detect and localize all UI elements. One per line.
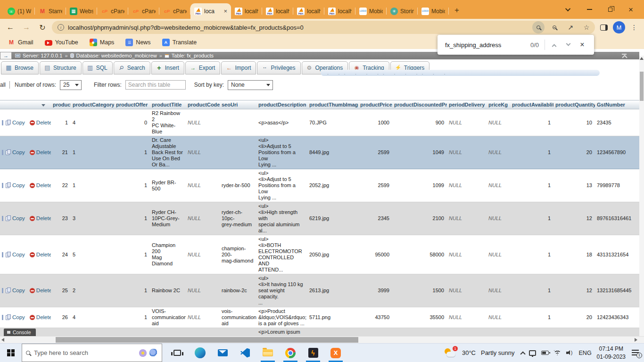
copy-icon[interactable]: [6, 120, 11, 125]
close-window-icon[interactable]: ×: [620, 0, 641, 19]
profile-avatar[interactable]: M: [613, 21, 625, 33]
find-next-icon[interactable]: [561, 38, 575, 52]
copy-link[interactable]: Copy: [12, 215, 25, 221]
back-icon[interactable]: ←: [4, 21, 17, 34]
column-header-productCode[interactable]: productCode: [186, 100, 220, 109]
delete-icon[interactable]: [30, 183, 35, 188]
tray-expand-icon[interactable]: [520, 351, 525, 356]
forward-icon[interactable]: →: [20, 21, 33, 34]
taskbar-app-vscode[interactable]: [234, 344, 256, 362]
delete-icon[interactable]: [30, 120, 35, 125]
bookmark-item[interactable]: Translate: [162, 39, 197, 46]
delete-icon[interactable]: [30, 288, 35, 293]
taskbar-app-explorer[interactable]: [256, 344, 279, 362]
delete-icon[interactable]: [30, 252, 35, 257]
column-header-actions[interactable]: [0, 100, 51, 109]
tab-export[interactable]: Export: [185, 61, 221, 74]
delete-icon[interactable]: [30, 315, 35, 320]
bookmark-item[interactable]: Gmail: [8, 39, 33, 46]
battery-icon[interactable]: [541, 351, 549, 355]
breadcrumb-server[interactable]: Server: 127.0.0.1: [23, 53, 62, 58]
copy-link[interactable]: Copy: [12, 120, 25, 125]
taskbar-app-chrome[interactable]: [279, 344, 302, 362]
copy-icon[interactable]: [6, 215, 11, 221]
sort-select[interactable]: None: [228, 80, 273, 90]
weather-icon[interactable]: 1: [444, 347, 457, 359]
delete-link[interactable]: Delete: [36, 182, 51, 188]
console-tab[interactable]: Console: [4, 329, 36, 336]
start-button[interactable]: [0, 344, 22, 362]
find-close-icon[interactable]: ×: [575, 38, 589, 52]
browser-tab[interactable]: Mobic: [355, 3, 387, 19]
tab-privileges[interactable]: Privileges: [257, 61, 300, 74]
restore-icon[interactable]: [600, 0, 620, 19]
new-tab-button[interactable]: +: [451, 4, 463, 16]
tab-insert[interactable]: Insert: [151, 61, 184, 74]
copy-link[interactable]: Copy: [12, 288, 25, 293]
taskbar-app-sublime[interactable]: [302, 344, 324, 362]
browser-tab[interactable]: cPanel: [159, 3, 190, 19]
copy-link[interactable]: Copy: [12, 252, 25, 257]
clock[interactable]: 07:14 PM 01-09-2023: [597, 345, 626, 360]
browser-tab[interactable]: Mobic: [418, 3, 449, 19]
weather-desc[interactable]: Partly sunny: [481, 349, 515, 356]
bookmark-item[interactable]: YouTube: [45, 39, 78, 46]
taskbar-search[interactable]: Type here to search: [22, 344, 162, 362]
column-header-periodDelivery[interactable]: periodDelivery: [447, 100, 487, 109]
notification-center-icon[interactable]: 1: [632, 349, 641, 357]
browser-tab[interactable]: Websit: [66, 3, 97, 19]
delete-link[interactable]: Delete: [36, 149, 51, 155]
bookmark-star-icon[interactable]: ☆: [580, 21, 593, 33]
rows-select[interactable]: 25: [60, 80, 82, 90]
tab-browse[interactable]: Browse: [1, 61, 39, 74]
browser-tab[interactable]: localho: [262, 3, 293, 19]
horizontal-scrollbar[interactable]: [0, 336, 644, 343]
tab-import[interactable]: Import: [221, 61, 256, 74]
delete-icon[interactable]: [30, 216, 35, 221]
column-header-seoUri[interactable]: seoUri: [220, 100, 256, 109]
browser-tab[interactable]: localho: [231, 3, 262, 19]
scroll-right-icon[interactable]: [635, 338, 637, 342]
column-header-productThumbImage[interactable]: productThumbImage: [307, 100, 358, 109]
column-header-productQuantity[interactable]: productQuantity: [553, 100, 595, 109]
scroll-up-icon[interactable]: [640, 57, 644, 60]
horizontal-scroll-thumb[interactable]: [56, 337, 358, 343]
browser-tab[interactable]: loca×: [190, 3, 231, 19]
column-header-productID[interactable]: productID: [51, 100, 71, 109]
column-header-productAvailablity[interactable]: productAvailablity: [510, 100, 553, 109]
copy-icon[interactable]: [6, 182, 11, 188]
browser-tab[interactable]: Starred: [35, 3, 66, 19]
vertical-scroll-thumb[interactable]: [640, 72, 644, 101]
minimize-icon[interactable]: [579, 0, 600, 19]
show-all-label[interactable]: all: [0, 82, 6, 88]
tab-sql[interactable]: SQL: [83, 61, 113, 74]
browser-tab[interactable]: cPanel: [97, 3, 128, 19]
tab-close-icon[interactable]: ×: [223, 8, 227, 15]
column-header-productDiscountedPrice[interactable]: productDiscountedPrice: [392, 100, 447, 109]
nav-panel-toggle-icon[interactable]: →: [0, 52, 12, 59]
find-in-page-indicator-icon[interactable]: [532, 21, 545, 33]
options-dropdown-icon[interactable]: [41, 104, 45, 107]
vertical-scrollbar[interactable]: [639, 56, 644, 336]
filter-input[interactable]: [125, 80, 186, 90]
column-header-productCategory[interactable]: productCategory: [71, 100, 114, 109]
tray-monitor-icon[interactable]: [529, 350, 536, 356]
breadcrumb-database[interactable]: Database: websitedemo_mobicrew: [76, 53, 157, 58]
delete-icon[interactable]: [30, 150, 35, 155]
browser-tab[interactable]: Storing: [387, 3, 418, 19]
tab-search[interactable]: Search: [114, 61, 150, 74]
taskbar-app-taskview[interactable]: [166, 344, 189, 362]
bookmark-item[interactable]: Maps: [90, 39, 115, 46]
copy-icon[interactable]: [6, 288, 11, 293]
delete-link[interactable]: Delete: [36, 120, 51, 125]
tab-structure[interactable]: Structure: [40, 61, 82, 74]
delete-link[interactable]: Delete: [36, 288, 51, 293]
share-icon[interactable]: ↗: [564, 21, 577, 33]
column-header-productTitle[interactable]: productTitle: [150, 100, 186, 109]
taskbar-app-mail[interactable]: [211, 344, 234, 362]
breadcrumb-table[interactable]: Table: fx_products: [172, 53, 214, 58]
column-header-productPrice[interactable]: productPrice: [358, 100, 392, 109]
language-indicator[interactable]: ENG: [579, 350, 592, 356]
find-query-text[interactable]: fx_shipping_address: [445, 41, 530, 49]
tab-search-icon[interactable]: [558, 0, 579, 19]
